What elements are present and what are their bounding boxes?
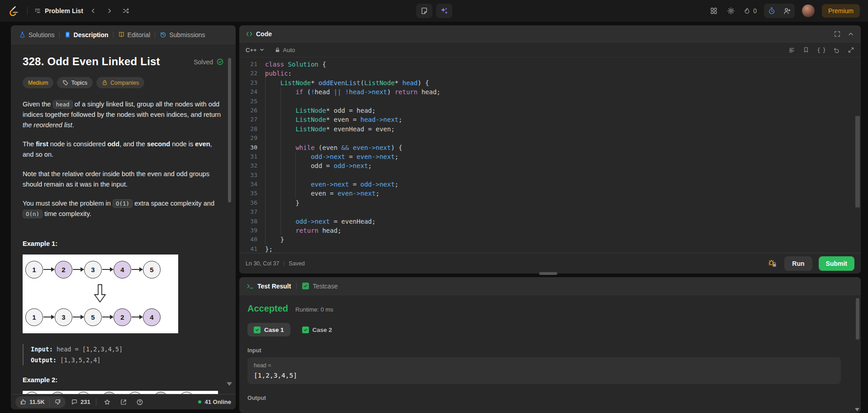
premium-button[interactable]: Premium <box>822 4 860 18</box>
list-node: 1 <box>25 261 43 279</box>
grid-icon <box>710 7 718 15</box>
checkbox-check-icon <box>302 327 309 333</box>
runtime-value: Runtime: 0 ms <box>295 306 333 313</box>
snippets-button[interactable] <box>817 47 825 53</box>
output-value: [1,3,5,2,4] <box>60 356 100 364</box>
line-number: 21 <box>239 60 257 69</box>
description-paragraph: Note that the relative order inside both… <box>23 169 224 190</box>
scroll-down-arrow-icon[interactable] <box>855 408 859 411</box>
online-count: 41 Online <box>204 399 231 405</box>
reset-code-button[interactable] <box>833 47 840 53</box>
description-scrollbar[interactable] <box>228 58 231 202</box>
leetcode-logo[interactable] <box>8 5 19 16</box>
tools-pill <box>764 4 795 18</box>
braces-icon <box>817 47 825 53</box>
line-text: even->next = odd->next; <box>265 180 398 189</box>
problem-list-button[interactable]: Problem List <box>34 7 83 14</box>
submit-button[interactable]: Submit <box>819 256 854 271</box>
tab-label: Submissions <box>169 31 205 38</box>
stopwatch-icon <box>768 7 776 15</box>
tab-label: Description <box>74 31 109 38</box>
collapse-panel-button[interactable] <box>847 30 854 38</box>
scroll-down-arrow-icon[interactable] <box>227 382 232 386</box>
line-number: 23 <box>239 78 257 87</box>
timer-button[interactable] <box>764 4 779 18</box>
code-editor[interactable]: 21class Solution {22public:23 ListNode* … <box>239 58 861 253</box>
run-button[interactable]: Run <box>784 256 812 271</box>
topics-badge[interactable]: Topics <box>57 77 92 88</box>
ai-assistant-button[interactable] <box>436 4 452 18</box>
list-node: 2 <box>114 308 131 326</box>
bookmark-button[interactable] <box>803 47 809 53</box>
case-button[interactable]: Case 2 <box>296 323 339 336</box>
nav-divider <box>27 7 28 15</box>
like-button[interactable]: 11.5K <box>15 396 49 408</box>
code-panel-header: Code <box>239 25 861 43</box>
output-label: Output: <box>31 356 57 364</box>
panel-resize-handle[interactable] <box>539 272 557 275</box>
case-button[interactable]: Case 1 <box>247 323 290 336</box>
favorite-button[interactable] <box>102 397 113 408</box>
line-text: ListNode* oddEvenList(ListNode* head) { <box>265 78 429 87</box>
format-code-button[interactable] <box>788 47 795 53</box>
share-button[interactable] <box>118 397 129 408</box>
auto-sync-toggle[interactable]: Auto <box>275 47 295 53</box>
arrow <box>102 317 113 317</box>
tab-solutions[interactable]: Solutions <box>15 29 58 41</box>
settings-button[interactable] <box>726 6 736 16</box>
list-node: 1 <box>25 308 43 326</box>
example1-io: Input: head = [1,2,3,4,5] Output: [1,3,5… <box>23 344 224 365</box>
companies-label: Companies <box>110 80 139 86</box>
help-button[interactable] <box>134 397 145 408</box>
collaborate-button[interactable] <box>779 4 795 18</box>
description-content[interactable]: 328. Odd Even Linked List Solved Medium … <box>11 44 236 394</box>
example2-diagram-clipped: 2135647 <box>23 391 218 394</box>
input-box[interactable]: head = [1,2,3,4,5] <box>247 357 841 384</box>
tab-separator <box>155 32 155 38</box>
star-icon <box>104 399 111 406</box>
tab-editorial[interactable]: Editorial <box>114 29 154 41</box>
line-number: 25 <box>239 97 257 106</box>
code-line: 22public: <box>239 69 861 78</box>
language-selector[interactable]: C++ <box>246 47 265 53</box>
description-paragraph: You must solve the problem in O(1) extra… <box>23 198 224 219</box>
online-indicator: 41 Online <box>198 399 231 405</box>
maximize-editor-button[interactable] <box>848 47 854 53</box>
list-node: 5 <box>143 261 161 279</box>
problem-list-icon <box>34 7 41 14</box>
test-panel-scrollbar[interactable] <box>856 298 859 340</box>
bookmark-icon <box>803 47 809 53</box>
notes-button[interactable] <box>416 4 432 18</box>
editor-scrollbar[interactable] <box>855 116 860 207</box>
prev-problem-button[interactable] <box>87 5 100 17</box>
comments-count: 231 <box>81 399 90 405</box>
tab-test-result[interactable]: Test Result <box>247 283 291 290</box>
line-text: even = even->next; <box>265 189 379 198</box>
random-problem-button[interactable] <box>119 5 132 17</box>
code-line: 36 } <box>239 198 861 207</box>
next-problem-button[interactable] <box>103 5 116 17</box>
line-text: odd->next = even->next; <box>265 152 398 161</box>
difficulty-badge[interactable]: Medium <box>23 77 53 88</box>
arrow <box>73 269 84 270</box>
streak-button[interactable]: 0 <box>743 7 757 15</box>
problem-title: 328. Odd Even Linked List <box>23 55 160 68</box>
example2-heading: Example 2: <box>23 376 224 384</box>
code-line: 24 if (!head || !head->next) return head… <box>239 87 861 96</box>
companies-badge[interactable]: Companies <box>96 77 144 88</box>
tab-description[interactable]: Description <box>61 29 112 41</box>
code-line: 37 <box>239 207 861 216</box>
tab-submissions[interactable]: Submissions <box>156 29 209 41</box>
comments-button[interactable]: 231 <box>71 399 90 405</box>
debugger-button[interactable] <box>767 258 778 269</box>
layout-button[interactable] <box>709 6 719 16</box>
dislike-button[interactable] <box>50 396 66 408</box>
tab-testcase[interactable]: Testcase <box>302 283 337 290</box>
example1-diagram: 12345 13524 <box>23 255 178 333</box>
fullscreen-button[interactable] <box>834 30 841 38</box>
line-text: } <box>265 198 299 207</box>
avatar[interactable] <box>802 5 815 17</box>
line-number: 30 <box>239 143 257 152</box>
arrow <box>132 317 142 317</box>
line-number: 37 <box>239 207 257 216</box>
